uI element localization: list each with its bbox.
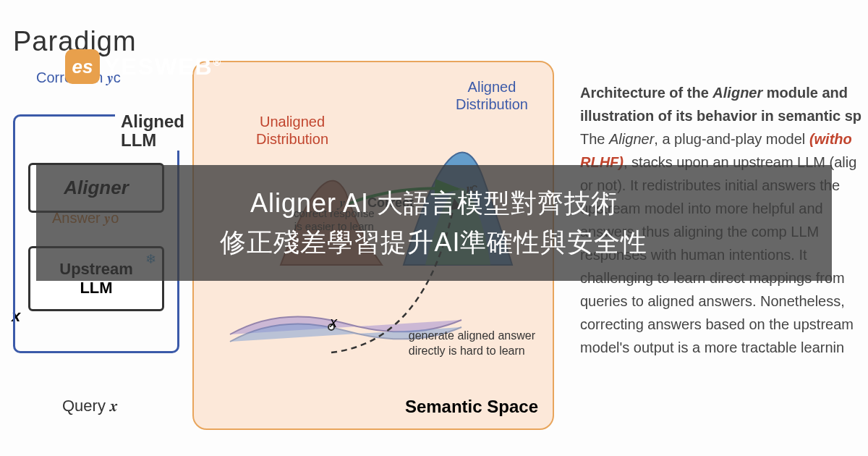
overlay-line-2: 修正殘差學習提升AI準確性與安全性	[51, 223, 817, 262]
upstream-sub: LLM	[38, 279, 155, 297]
aligned-dist-label: Aligned Distribution	[456, 78, 528, 113]
diagram-background: Paradigm Correction 𝒚c Answer 𝒚o x Align…	[0, 0, 868, 456]
aligned-llm-label: Aligned LLM	[115, 112, 190, 151]
semantic-space-label: Semantic Space	[405, 397, 538, 417]
logo-text: YESWEB®	[104, 54, 222, 80]
query-label: Query 𝒙	[62, 397, 118, 415]
overlay-line-1: Aligner AI 大語言模型對齊技術	[51, 184, 817, 223]
logo-badge-icon: es	[65, 49, 100, 84]
yesweb-logo: es YESWEB®	[65, 49, 222, 84]
title-overlay: Aligner AI 大語言模型對齊技術 修正殘差學習提升AI準確性與安全性	[36, 165, 832, 281]
hard-label: generate aligned answer directly is hard…	[409, 329, 535, 359]
